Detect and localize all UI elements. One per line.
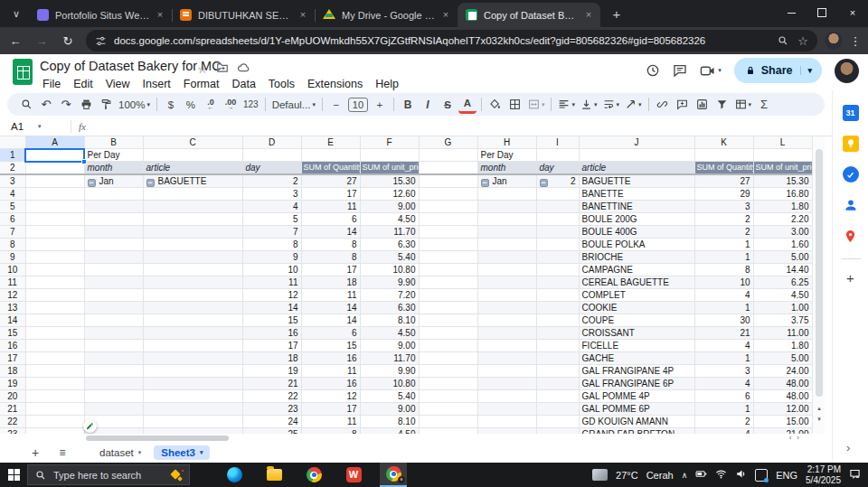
menu-tools[interactable]: Tools [262,76,301,92]
tab-close-icon[interactable]: × [154,9,166,22]
action-center-icon[interactable] [849,468,861,482]
vertical-scrollbar-thumb[interactable] [816,149,823,397]
cell-J9[interactable]: BRIOCHE [579,251,694,264]
cell-E22[interactable]: 11 [301,416,360,428]
cell-G6[interactable] [419,213,477,226]
cell-H21[interactable] [477,403,536,416]
weather-icon[interactable] [592,469,608,481]
cell-G16[interactable] [419,340,477,352]
cell-F20[interactable]: 5.40 [360,390,419,403]
cell-L11[interactable]: 6.25 [753,276,812,289]
row-header-12[interactable]: 12 [0,289,25,302]
edit-pencil-icon[interactable] [83,419,97,433]
cell-A9[interactable] [25,251,84,264]
cell-H14[interactable] [477,314,536,327]
menu-help[interactable]: Help [369,76,405,92]
strikethrough-icon[interactable]: S [439,96,457,114]
cell-H22[interactable] [477,416,536,428]
cell-H12[interactable] [477,289,536,302]
cell-H9[interactable] [477,251,536,264]
wifi-icon[interactable] [715,468,727,482]
cell-K15[interactable]: 21 [694,327,753,340]
cell-C17[interactable] [143,352,242,365]
cell-H20[interactable] [477,390,536,403]
cell-K19[interactable]: 4 [694,378,753,390]
cell-F16[interactable]: 9.00 [360,340,419,352]
cell-H7[interactable] [477,226,536,239]
cell-F11[interactable]: 9.90 [360,276,419,289]
cell-E9[interactable]: 8 [301,251,360,264]
cell-B5[interactable] [84,201,143,213]
menu-extensions[interactable]: Extensions [301,76,369,92]
cell-A6[interactable] [25,213,84,226]
cell-E1[interactable] [301,149,360,162]
cell-D11[interactable]: 11 [242,276,301,289]
cell-J17[interactable]: GACHE [579,352,694,365]
cell-C9[interactable] [143,251,242,264]
column-header-D[interactable]: D [242,136,301,149]
cell-G18[interactable] [419,365,477,378]
cell-D6[interactable]: 5 [242,213,301,226]
browser-tab-1[interactable]: Portofolio Situs Web Putih Abu× [29,3,172,27]
cell-I5[interactable] [536,201,579,213]
cell-D18[interactable]: 19 [242,365,301,378]
cell-A17[interactable] [25,352,84,365]
cell-C15[interactable] [143,327,242,340]
insert-comment-icon[interactable] [674,96,692,114]
cell-I15[interactable] [536,327,579,340]
cell-B4[interactable] [84,188,143,201]
cell-G21[interactable] [419,403,477,416]
cell-C4[interactable] [143,188,242,201]
cell-I18[interactable] [536,365,579,378]
cell-G17[interactable] [419,352,477,365]
cell-I13[interactable] [536,302,579,314]
cell-I16[interactable] [536,340,579,352]
cell-A22[interactable] [25,416,84,428]
cell-L12[interactable]: 4.50 [753,289,812,302]
row-header-9[interactable]: 9 [0,251,25,264]
row-header-11[interactable]: 11 [0,276,25,289]
cell-L22[interactable]: 15.00 [753,416,812,428]
cell-K5[interactable]: 3 [694,201,753,213]
cell-F3[interactable]: 15.30 [360,174,419,188]
menu-data[interactable]: Data [225,76,261,92]
cell-K3[interactable]: 27 [694,174,753,188]
cell-F18[interactable]: 9.90 [360,365,419,378]
column-header-K[interactable]: K [694,136,753,149]
cell-D10[interactable]: 10 [242,264,301,276]
cell-J16[interactable]: FICELLE [579,340,694,352]
cell-I8[interactable] [536,239,579,251]
minimize-button[interactable] [776,0,807,25]
show-side-panel-icon[interactable]: › [846,441,850,454]
merge-cells-icon[interactable]: ▾ [526,96,547,114]
cell-A5[interactable] [25,201,84,213]
bookmark-star-icon[interactable]: ☆ [797,34,808,48]
bold-icon[interactable]: B [399,96,417,114]
hidden-icons-chevron[interactable]: ∧ [682,471,688,480]
browser-tab-3[interactable]: My Drive - Google Drive× [315,3,458,27]
cell-H10[interactable] [477,264,536,276]
cell-H8[interactable] [477,239,536,251]
cell-E4[interactable]: 17 [301,188,360,201]
weather-temp[interactable]: 27°C [616,470,638,481]
cell-E12[interactable]: 11 [301,289,360,302]
toolbar-search-icon[interactable] [17,96,35,114]
row-header-17[interactable]: 17 [0,352,25,365]
cell-F9[interactable]: 5.40 [360,251,419,264]
cell-K11[interactable]: 10 [694,276,753,289]
column-header-B[interactable]: B [84,136,143,149]
cell-D14[interactable]: 15 [242,314,301,327]
insert-link-icon[interactable] [654,96,672,114]
cell-L18[interactable]: 24.00 [753,365,812,378]
cell-K13[interactable]: 1 [694,302,753,314]
cell-A8[interactable] [25,239,84,251]
cell-B10[interactable] [84,264,143,276]
cell-J5[interactable]: BANETTINE [579,201,694,213]
cell-F2[interactable]: SUM of unit_pric [360,162,419,175]
cell-D5[interactable]: 4 [242,201,301,213]
cell-G11[interactable] [419,276,477,289]
cell-I14[interactable] [536,314,579,327]
cell-E3[interactable]: 27 [301,174,360,188]
cell-B18[interactable] [84,365,143,378]
cell-A21[interactable] [25,403,84,416]
